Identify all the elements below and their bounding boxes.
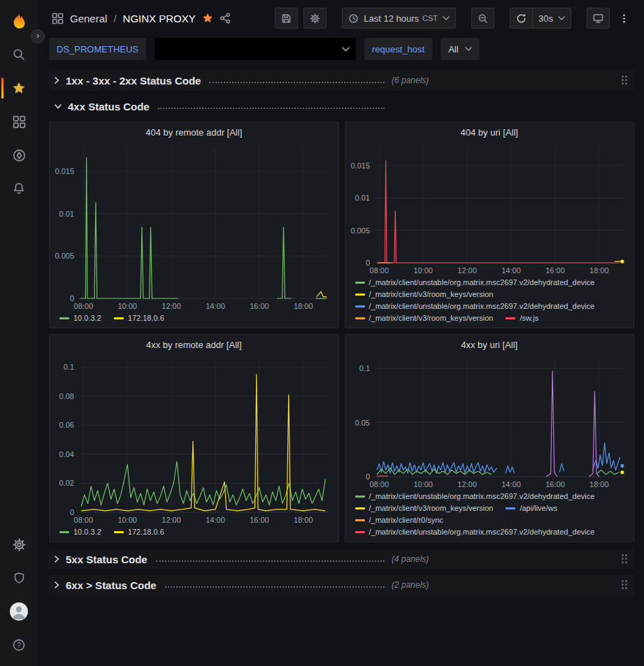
legend-item[interactable]: 172.18.0.6	[114, 314, 164, 322]
row-header-4xx[interactable]: 4xx Status Code	[49, 96, 634, 117]
svg-text:08:00: 08:00	[74, 302, 94, 310]
legend-item[interactable]: 10.0.3.2	[59, 314, 101, 322]
legend-series-color	[355, 282, 365, 284]
sidebar-item-starred[interactable]	[0, 71, 38, 105]
panel-chart[interactable]: 08:0010:0012:0014:0016:0018:0000.0050.01…	[345, 142, 634, 277]
request-host-value-dropdown[interactable]: All	[441, 38, 479, 60]
panel-4xx-by-remote-addr: 4xx by remote addr [All] 08:0010:0012:00…	[49, 334, 339, 542]
sidebar-item-help[interactable]: ?	[0, 628, 38, 662]
legend-series-label: /_matrix/client/unstable/org.matrix.msc2…	[369, 302, 595, 310]
svg-text:14:00: 14:00	[206, 302, 225, 310]
sidebar-item-explore[interactable]	[0, 138, 38, 172]
page-title[interactable]: NGINX PROXY	[123, 13, 196, 24]
refresh-interval-dropdown[interactable]: 30s	[533, 8, 571, 29]
refresh-button[interactable]	[510, 8, 533, 29]
legend-series-label: /api/live/ws	[520, 504, 557, 512]
svg-text:12:00: 12:00	[457, 266, 477, 275]
panel-chart[interactable]: 08:0010:0012:0014:0016:0018:0000.020.040…	[50, 354, 338, 526]
tv-mode-button[interactable]	[587, 8, 610, 29]
legend-series-color	[506, 317, 515, 319]
sidebar-expand-button[interactable]: ›	[31, 29, 45, 43]
svg-text:14:00: 14:00	[206, 516, 225, 524]
panel-title[interactable]: 404 by remote addr [All]	[50, 122, 338, 142]
legend-item[interactable]: /_matrix/client/unstable/org.matrix.msc2…	[355, 278, 595, 287]
request-host-variable-label[interactable]: request_host	[364, 38, 432, 60]
legend-item[interactable]: 10.0.3.2	[59, 528, 101, 536]
row-drag-handle[interactable]	[622, 580, 629, 591]
legend-item[interactable]: /_matrix/client/r0/sync	[355, 516, 443, 524]
datasource-variable-label[interactable]: DS_PROMETHEUS	[49, 38, 146, 60]
save-dashboard-button[interactable]	[275, 8, 298, 29]
row-header-1xx-3xx-2xx[interactable]: 1xx - 3xx - 2xx Status Code (6 panels)	[49, 70, 634, 91]
chevron-down-icon	[55, 104, 62, 109]
svg-text:0.015: 0.015	[55, 167, 74, 175]
sidebar: ?	[0, 0, 38, 666]
legend-item[interactable]: /_matrix/client/unstable/org.matrix.msc2…	[355, 302, 595, 310]
svg-text:0: 0	[70, 294, 74, 303]
legend-series-label: /_matrix/client/v3/room_keys/version	[369, 290, 494, 298]
panel-chart[interactable]: 08:0010:0012:0014:0016:0018:0000.050.1	[345, 354, 634, 491]
legend-item[interactable]: /_matrix/client/unstable/org.matrix.msc2…	[355, 528, 595, 536]
svg-text:14:00: 14:00	[501, 266, 521, 275]
legend-item[interactable]: /_matrix/client/v3/room_keys/version	[355, 504, 494, 512]
legend-item[interactable]: /sw.js	[506, 314, 538, 322]
svg-text:0.04: 0.04	[59, 450, 74, 458]
sidebar-item-dashboards[interactable]	[0, 105, 38, 138]
legend-series-label: /_matrix/client/v3/room_keys/version	[369, 314, 494, 322]
breadcrumb-separator: /	[113, 13, 116, 24]
legend-item[interactable]: /_matrix/client/unstable/org.matrix.msc2…	[355, 492, 595, 500]
chevron-right-icon	[55, 581, 59, 588]
legend-item[interactable]: 172.18.0.6	[114, 528, 164, 536]
svg-text:12:00: 12:00	[457, 480, 477, 488]
row-header-6xx[interactable]: 6xx > Status Code (2 panels)	[49, 574, 634, 595]
datasource-value-dropdown[interactable]	[155, 38, 356, 60]
svg-text:0: 0	[70, 508, 74, 516]
row-header-5xx[interactable]: 5xx Status Code (4 panels)	[49, 549, 634, 570]
avatar	[10, 602, 28, 621]
request-host-value: All	[448, 44, 458, 55]
share-icon[interactable]	[220, 13, 231, 24]
chevron-down-icon	[465, 47, 472, 51]
sidebar-item-alerting[interactable]	[0, 172, 38, 205]
svg-text:08:00: 08:00	[369, 480, 389, 488]
legend-series-label: 172.18.0.6	[128, 528, 164, 536]
svg-text:16:00: 16:00	[545, 266, 565, 275]
time-range-picker[interactable]: Last 12 hours CST	[342, 8, 456, 29]
legend-item[interactable]: /_matrix/client/v3/room_keys/version	[355, 290, 494, 298]
refresh-icon	[516, 13, 527, 24]
svg-text:0.08: 0.08	[59, 392, 74, 400]
sidebar-item-configuration[interactable]	[0, 528, 38, 561]
legend-series-color	[506, 507, 515, 509]
row-leader-dots	[209, 82, 385, 83]
svg-text:08:00: 08:00	[369, 266, 389, 275]
sidebar-item-profile[interactable]	[0, 595, 38, 628]
legend-item[interactable]: /api/live/ws	[506, 504, 557, 512]
sidebar-item-search[interactable]	[0, 38, 38, 71]
zoom-out-button[interactable]	[471, 8, 494, 29]
panel-chart[interactable]: 08:0010:0012:0014:0016:0018:0000.0050.01…	[50, 142, 338, 312]
variables-bar: DS_PROMETHEUS request_host All	[38, 36, 644, 66]
time-range-label: Last 12 hours	[364, 13, 419, 24]
panel-title[interactable]: 4xx by uri [All]	[345, 335, 634, 354]
more-menu-button[interactable]	[615, 8, 633, 29]
apps-grid-icon[interactable]	[52, 13, 64, 24]
breadcrumb-folder[interactable]: General	[70, 13, 107, 24]
panel-grid: 404 by remote addr [All] 08:0010:0012:00…	[49, 122, 634, 542]
svg-text:10:00: 10:00	[117, 516, 137, 524]
refresh-picker: 30s	[510, 8, 571, 29]
panel-title[interactable]: 4xx by remote addr [All]	[50, 335, 338, 354]
legend-series-color	[355, 507, 365, 509]
favorite-star-icon[interactable]	[202, 13, 213, 24]
row-title: 6xx > Status Code	[66, 579, 157, 591]
row-drag-handle[interactable]	[622, 554, 629, 565]
sidebar-item-server-admin[interactable]	[0, 561, 38, 595]
legend-series-label: /_matrix/client/v3/room_keys/version	[369, 504, 494, 512]
legend-item[interactable]: /_matrix/client/v3/room_keys/version	[355, 314, 494, 322]
dashboard-settings-button[interactable]	[303, 8, 327, 29]
legend-series-color	[355, 495, 365, 498]
svg-text:10:00: 10:00	[413, 480, 433, 488]
panel-title[interactable]: 404 by uri [All]	[345, 122, 634, 142]
panel-4xx-by-uri: 4xx by uri [All] 08:0010:0012:0014:0016:…	[345, 334, 635, 542]
legend-series-label: /_matrix/client/unstable/org.matrix.msc2…	[369, 278, 595, 287]
row-drag-handle[interactable]	[622, 75, 629, 86]
